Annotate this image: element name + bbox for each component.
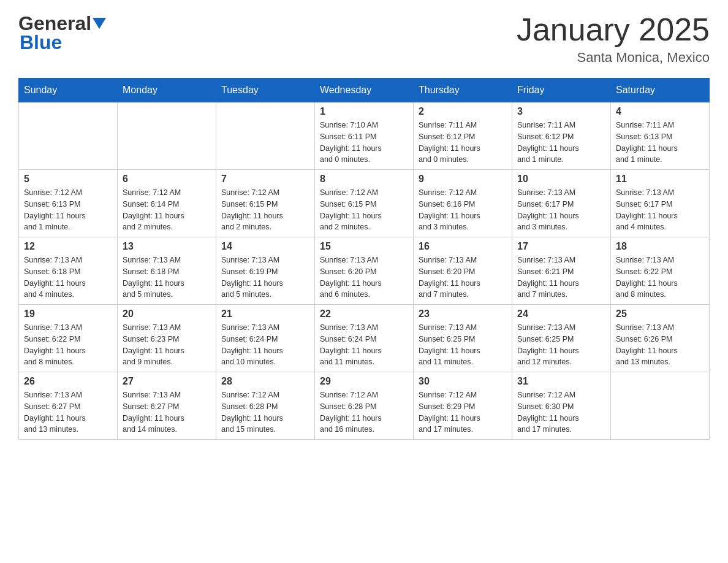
day-info: Sunrise: 7:11 AM Sunset: 6:13 PM Dayligh…: [616, 120, 704, 166]
calendar-weekday-wednesday: Wednesday: [315, 79, 414, 102]
svg-marker-0: [93, 18, 106, 29]
day-number: 4: [616, 106, 704, 117]
day-info: Sunrise: 7:13 AM Sunset: 6:23 PM Dayligh…: [123, 322, 211, 368]
calendar-cell: 26Sunrise: 7:13 AM Sunset: 6:27 PM Dayli…: [19, 372, 118, 440]
day-number: 28: [221, 376, 309, 387]
day-info: Sunrise: 7:13 AM Sunset: 6:18 PM Dayligh…: [123, 255, 211, 301]
day-info: Sunrise: 7:13 AM Sunset: 6:19 PM Dayligh…: [221, 255, 309, 301]
calendar-cell: 2Sunrise: 7:11 AM Sunset: 6:12 PM Daylig…: [414, 102, 512, 170]
calendar-cell: [611, 372, 710, 440]
calendar-header-row: SundayMondayTuesdayWednesdayThursdayFrid…: [19, 79, 710, 102]
day-info: Sunrise: 7:12 AM Sunset: 6:28 PM Dayligh…: [221, 389, 309, 435]
calendar-week-row-1: 1Sunrise: 7:10 AM Sunset: 6:11 PM Daylig…: [19, 102, 710, 170]
calendar-cell: 8Sunrise: 7:12 AM Sunset: 6:15 PM Daylig…: [315, 170, 414, 237]
day-number: 17: [517, 241, 605, 252]
day-number: 23: [419, 308, 507, 320]
title-block: January 2025 Santa Monica, Mexico: [517, 12, 710, 66]
day-info: Sunrise: 7:12 AM Sunset: 6:13 PM Dayligh…: [24, 187, 112, 233]
day-number: 19: [24, 308, 112, 320]
day-info: Sunrise: 7:13 AM Sunset: 6:17 PM Dayligh…: [517, 187, 605, 233]
calendar-week-row-2: 5Sunrise: 7:12 AM Sunset: 6:13 PM Daylig…: [19, 170, 710, 237]
calendar-cell: 10Sunrise: 7:13 AM Sunset: 6:17 PM Dayli…: [512, 170, 611, 237]
day-info: Sunrise: 7:13 AM Sunset: 6:24 PM Dayligh…: [221, 322, 309, 368]
calendar-table: SundayMondayTuesdayWednesdayThursdayFrid…: [18, 78, 710, 440]
day-number: 11: [616, 174, 704, 185]
calendar-cell: 7Sunrise: 7:12 AM Sunset: 6:15 PM Daylig…: [216, 170, 315, 237]
calendar-cell: 28Sunrise: 7:12 AM Sunset: 6:28 PM Dayli…: [216, 372, 315, 440]
calendar-cell: 24Sunrise: 7:13 AM Sunset: 6:25 PM Dayli…: [512, 305, 611, 372]
day-number: 25: [616, 308, 704, 320]
calendar-cell: 11Sunrise: 7:13 AM Sunset: 6:17 PM Dayli…: [611, 170, 710, 237]
day-info: Sunrise: 7:13 AM Sunset: 6:20 PM Dayligh…: [419, 255, 507, 301]
day-info: Sunrise: 7:13 AM Sunset: 6:22 PM Dayligh…: [24, 322, 112, 368]
calendar-cell: 15Sunrise: 7:13 AM Sunset: 6:20 PM Dayli…: [315, 237, 414, 305]
day-number: 16: [419, 241, 507, 252]
month-title: January 2025: [517, 12, 710, 47]
calendar-cell: [216, 102, 315, 170]
day-info: Sunrise: 7:12 AM Sunset: 6:15 PM Dayligh…: [320, 187, 408, 233]
calendar-cell: 25Sunrise: 7:13 AM Sunset: 6:26 PM Dayli…: [611, 305, 710, 372]
calendar-cell: 3Sunrise: 7:11 AM Sunset: 6:12 PM Daylig…: [512, 102, 611, 170]
day-number: 6: [123, 174, 211, 185]
calendar-weekday-tuesday: Tuesday: [216, 79, 315, 102]
day-info: Sunrise: 7:12 AM Sunset: 6:15 PM Dayligh…: [221, 187, 309, 233]
day-info: Sunrise: 7:13 AM Sunset: 6:17 PM Dayligh…: [616, 187, 704, 233]
day-number: 5: [24, 174, 112, 185]
day-info: Sunrise: 7:13 AM Sunset: 6:24 PM Dayligh…: [320, 322, 408, 368]
day-info: Sunrise: 7:13 AM Sunset: 6:26 PM Dayligh…: [616, 322, 704, 368]
day-number: 1: [320, 106, 408, 117]
day-number: 3: [517, 106, 605, 117]
calendar-weekday-thursday: Thursday: [414, 79, 512, 102]
calendar-cell: 18Sunrise: 7:13 AM Sunset: 6:22 PM Dayli…: [611, 237, 710, 305]
calendar-cell: 14Sunrise: 7:13 AM Sunset: 6:19 PM Dayli…: [216, 237, 315, 305]
day-number: 21: [221, 308, 309, 320]
day-info: Sunrise: 7:13 AM Sunset: 6:27 PM Dayligh…: [123, 389, 211, 435]
day-number: 26: [24, 376, 112, 387]
day-info: Sunrise: 7:11 AM Sunset: 6:12 PM Dayligh…: [419, 120, 507, 166]
calendar-cell: 27Sunrise: 7:13 AM Sunset: 6:27 PM Dayli…: [118, 372, 216, 440]
day-number: 14: [221, 241, 309, 252]
calendar-cell: 31Sunrise: 7:12 AM Sunset: 6:30 PM Dayli…: [512, 372, 611, 440]
calendar-cell: 19Sunrise: 7:13 AM Sunset: 6:22 PM Dayli…: [19, 305, 118, 372]
day-number: 24: [517, 308, 605, 320]
day-number: 7: [221, 174, 309, 185]
day-number: 15: [320, 241, 408, 252]
calendar-cell: 21Sunrise: 7:13 AM Sunset: 6:24 PM Dayli…: [216, 305, 315, 372]
calendar-weekday-saturday: Saturday: [611, 79, 710, 102]
calendar-cell: 6Sunrise: 7:12 AM Sunset: 6:14 PM Daylig…: [118, 170, 216, 237]
calendar-cell: 17Sunrise: 7:13 AM Sunset: 6:21 PM Dayli…: [512, 237, 611, 305]
page-header: General Blue January 2025 Santa Monica, …: [18, 12, 710, 66]
calendar-cell: 23Sunrise: 7:13 AM Sunset: 6:25 PM Dayli…: [414, 305, 512, 372]
day-number: 18: [616, 241, 704, 252]
calendar-cell: 5Sunrise: 7:12 AM Sunset: 6:13 PM Daylig…: [19, 170, 118, 237]
day-info: Sunrise: 7:12 AM Sunset: 6:29 PM Dayligh…: [419, 389, 507, 435]
day-info: Sunrise: 7:13 AM Sunset: 6:21 PM Dayligh…: [517, 255, 605, 301]
location: Santa Monica, Mexico: [517, 50, 710, 66]
day-number: 9: [419, 174, 507, 185]
day-info: Sunrise: 7:13 AM Sunset: 6:25 PM Dayligh…: [517, 322, 605, 368]
day-number: 12: [24, 241, 112, 252]
calendar-cell: 20Sunrise: 7:13 AM Sunset: 6:23 PM Dayli…: [118, 305, 216, 372]
calendar-cell: 29Sunrise: 7:12 AM Sunset: 6:28 PM Dayli…: [315, 372, 414, 440]
calendar-cell: 12Sunrise: 7:13 AM Sunset: 6:18 PM Dayli…: [19, 237, 118, 305]
calendar-weekday-monday: Monday: [118, 79, 216, 102]
day-info: Sunrise: 7:11 AM Sunset: 6:12 PM Dayligh…: [517, 120, 605, 166]
calendar-weekday-sunday: Sunday: [19, 79, 118, 102]
day-number: 22: [320, 308, 408, 320]
day-number: 2: [419, 106, 507, 117]
calendar-cell: 30Sunrise: 7:12 AM Sunset: 6:29 PM Dayli…: [414, 372, 512, 440]
calendar-cell: 4Sunrise: 7:11 AM Sunset: 6:13 PM Daylig…: [611, 102, 710, 170]
calendar-cell: 1Sunrise: 7:10 AM Sunset: 6:11 PM Daylig…: [315, 102, 414, 170]
calendar-cell: [19, 102, 118, 170]
day-info: Sunrise: 7:13 AM Sunset: 6:22 PM Dayligh…: [616, 255, 704, 301]
day-info: Sunrise: 7:13 AM Sunset: 6:18 PM Dayligh…: [24, 255, 112, 301]
day-number: 29: [320, 376, 408, 387]
calendar-week-row-4: 19Sunrise: 7:13 AM Sunset: 6:22 PM Dayli…: [19, 305, 710, 372]
day-info: Sunrise: 7:13 AM Sunset: 6:27 PM Dayligh…: [24, 389, 112, 435]
day-info: Sunrise: 7:13 AM Sunset: 6:25 PM Dayligh…: [419, 322, 507, 368]
calendar-weekday-friday: Friday: [512, 79, 611, 102]
day-info: Sunrise: 7:12 AM Sunset: 6:16 PM Dayligh…: [419, 187, 507, 233]
day-number: 31: [517, 376, 605, 387]
calendar-cell: 16Sunrise: 7:13 AM Sunset: 6:20 PM Dayli…: [414, 237, 512, 305]
day-info: Sunrise: 7:10 AM Sunset: 6:11 PM Dayligh…: [320, 120, 408, 166]
